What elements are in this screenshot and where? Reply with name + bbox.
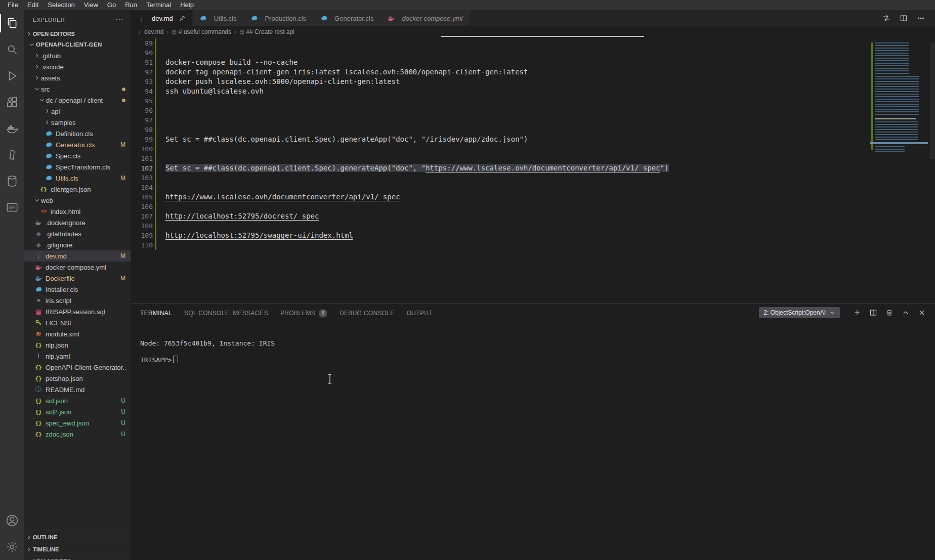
code-line-97[interactable] (165, 115, 868, 125)
code-line-100[interactable] (165, 144, 868, 154)
menu-edit[interactable]: Edit (23, 0, 43, 10)
pin-icon[interactable] (179, 15, 186, 22)
tree-item-generator-cls[interactable]: Generator.clsM (24, 139, 131, 150)
tree-item-openapi-client-generator[interactable]: {}OpenAPI-Client-Generator.... (24, 362, 131, 373)
tree-item-nlp-json[interactable]: {}nlp.json (24, 339, 131, 351)
code-link[interactable]: http://localhost:52795/swagger-ui/index.… (165, 231, 353, 239)
tree-item-openapi-client-gen[interactable]: OPENAPI-CLIENT-GEN (24, 39, 131, 50)
tree-item-zdoc-json[interactable]: {}zdoc.jsonU (24, 428, 131, 440)
tree-item-module-xml[interactable]: ≋module.xml (24, 328, 131, 339)
code-link[interactable]: https://www.lscalese.ovh/documentconvert… (426, 164, 660, 172)
code-link[interactable]: https://www.lscalese.ovh/documentconvert… (165, 193, 400, 201)
code-line-109[interactable]: http://localhost:52795/swagger-ui/index.… (165, 231, 868, 240)
code-line-95[interactable] (165, 96, 868, 106)
tree-item-sid2-json[interactable]: {}sid2.jsonU (24, 406, 131, 417)
tree-item-dockerignore[interactable]: .dockerignore (24, 217, 131, 228)
maximize-panel-icon[interactable] (901, 309, 910, 317)
code-line-89[interactable] (165, 38, 868, 48)
open-editors-section[interactable]: OPEN EDITORS (24, 29, 131, 39)
tree-item-sid-json[interactable]: {}sid.jsonU (24, 395, 131, 406)
tree-item-readme-md[interactable]: ⓘREADME.md (24, 384, 131, 395)
code-line-94[interactable]: ssh ubuntu@lscalese.ovh (165, 87, 868, 96)
kill-terminal-icon[interactable] (885, 309, 894, 317)
more-actions-icon[interactable]: ⋯ (115, 15, 123, 24)
close-panel-icon[interactable] (917, 309, 926, 317)
terminal-output[interactable]: Node: 7653f5c401b9, Instance: IRIS IRISA… (140, 339, 275, 364)
tree-item-gitignore[interactable]: ◈.gitignore (24, 239, 131, 250)
tab-utils-cls[interactable]: Utils.cls (193, 10, 244, 26)
tree-item-dockerfile[interactable]: DockerfileM (24, 273, 131, 284)
tab-generator-cls[interactable]: Generator.cls (313, 10, 380, 26)
split-editor-icon[interactable] (899, 14, 908, 23)
panel-tab-output[interactable]: OUTPUT (407, 310, 433, 317)
tree-item-api[interactable]: api (24, 106, 131, 117)
extensions-icon[interactable] (0, 89, 24, 115)
tree-item-nlp-yaml[interactable]: !nlp.yaml (24, 351, 131, 362)
code-line-106[interactable] (165, 202, 868, 211)
tree-item-src[interactable]: src (24, 83, 131, 95)
tab-production-cls[interactable]: Production.cls (243, 10, 313, 26)
menu-terminal[interactable]: Terminal (142, 0, 176, 10)
code-line-98[interactable] (165, 125, 868, 135)
code-line-99[interactable]: Set sc = ##class(dc.openapi.client.Spec)… (165, 135, 868, 144)
tree-item-spectransform-cls[interactable]: SpecTransform.cls (24, 161, 131, 173)
minimap[interactable] (871, 42, 927, 164)
tree-item-dev-md[interactable]: ↓dev.mdM (24, 250, 131, 262)
menu-run[interactable]: Run (120, 0, 142, 10)
tree-item-iris-script[interactable]: ≡iris.script (24, 295, 131, 306)
code-line-96[interactable] (165, 106, 868, 115)
tree-item-irisapp-session-sql[interactable]: ▦IRISAPP.session.sql (24, 306, 131, 317)
menu-selection[interactable]: Selection (43, 0, 79, 10)
panel-tab-debug-console[interactable]: DEBUG CONSOLE (339, 310, 395, 317)
open-changes-icon[interactable] (882, 14, 890, 23)
tree-item-spec-ewd-json[interactable]: {}spec_ewd.jsonU (24, 417, 131, 428)
tree-item-installer-cls[interactable]: Installer.cls (24, 284, 131, 295)
tree-item-gitattributes[interactable]: ◈.gitattributes (24, 228, 131, 239)
tree-item-assets[interactable]: assets (24, 72, 131, 83)
code-line-91[interactable]: docker-compose build --no-cache (165, 58, 868, 67)
section-npm-scripts[interactable]: NPM SCRIPTS (24, 555, 131, 560)
code-line-102[interactable]: Set sc = ##class(dc.openapi.client.Spec)… (165, 163, 868, 173)
breadcrumb-item-useful-commands[interactable]: ▤# useful commands (172, 28, 231, 35)
code-line-108[interactable] (165, 221, 868, 231)
tree-item-docker-compose-yml[interactable]: docker-compose.yml (24, 262, 131, 273)
editor-scrollbar[interactable] (930, 42, 935, 159)
more-actions-icon[interactable] (916, 14, 925, 23)
docker-icon[interactable] (0, 115, 24, 142)
tree-item-github[interactable]: .github (24, 50, 131, 61)
tree-item-petshop-json[interactable]: {}petshop.json (24, 373, 131, 384)
code-line-93[interactable]: docker push lscalese.ovh:5000/openapi-cl… (165, 77, 868, 87)
api-icon[interactable]: /API (0, 194, 24, 221)
tree-item-dc-openapi-client[interactable]: dc / openapi / client (24, 95, 131, 106)
database-icon[interactable] (0, 168, 24, 194)
code-area[interactable]: docker-compose build --no-cachedocker ta… (165, 38, 868, 250)
account-icon[interactable] (0, 507, 24, 534)
tree-item-spec-cls[interactable]: Spec.cls (24, 150, 131, 161)
code-line-90[interactable] (165, 48, 868, 58)
panel-tab-terminal[interactable]: TERMINAL (140, 310, 172, 317)
code-line-101[interactable] (165, 154, 868, 163)
code-line-103[interactable] (165, 173, 868, 183)
tree-item-utils-cls[interactable]: Utils.clsM (24, 173, 131, 184)
menu-file[interactable]: File (3, 0, 23, 10)
tree-item-index-html[interactable]: <>index.html (24, 206, 131, 217)
code-line-104[interactable] (165, 183, 868, 192)
tree-item-samples[interactable]: samples (24, 117, 131, 128)
terminal-profile-dropdown[interactable]: 2: ObjectScript:OpenAI (759, 307, 840, 318)
code-line-107[interactable]: http://localhost:52795/docrest/_spec (165, 211, 868, 221)
tree-item-web[interactable]: web (24, 195, 131, 206)
code-line-92[interactable]: docker tag openapi-client-gen_iris:lates… (165, 67, 868, 77)
tree-item-license[interactable]: LICENSE (24, 317, 131, 328)
breadcrumb-item-dev-md[interactable]: ↓dev.md (138, 28, 163, 35)
settings-gear-icon[interactable] (0, 534, 24, 560)
tree-item-clientgen-json[interactable]: {}clientgen.json (24, 184, 131, 195)
menu-go[interactable]: Go (103, 0, 120, 10)
panel-tab-sql-console-messages[interactable]: SQL CONSOLE: MESSAGES (184, 310, 268, 317)
code-line-105[interactable]: https://www.lscalese.ovh/documentconvert… (165, 192, 868, 202)
menu-view[interactable]: View (79, 0, 103, 10)
editor[interactable]: 8990919293949596979899100101102103104105… (131, 37, 935, 303)
panel-tab-problems[interactable]: PROBLEMS8 (280, 309, 327, 318)
section-timeline[interactable]: TIMELINE (24, 543, 131, 555)
breadcrumb-item-create-rest-api[interactable]: ▤## Create rest api (239, 28, 294, 35)
files-icon[interactable] (0, 10, 24, 36)
